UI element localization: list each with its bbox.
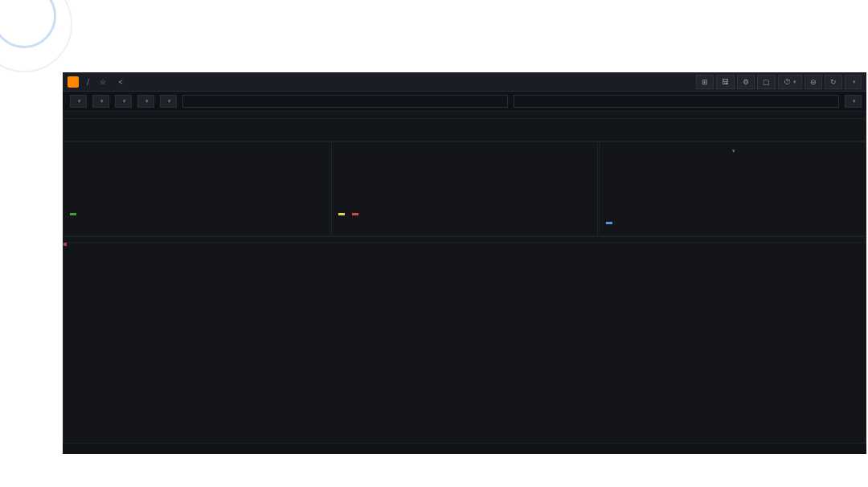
grafana-dashboard: / ☆ < ⊞ 🖫 ⚙ ▢ ⏱ ▾ ⊖ ↻ ▾ ▾ ▾ ▾ ▾ ▾ ▾ bbox=[63, 72, 866, 454]
error-chart bbox=[335, 147, 595, 213]
latency-histogram-panel[interactable]: ▾ bbox=[599, 141, 866, 236]
filter-protocol[interactable]: ▾ bbox=[160, 95, 177, 108]
tv-mode-button[interactable]: ▢ bbox=[757, 75, 776, 89]
summary-chart bbox=[67, 147, 326, 213]
filter-request-type-input[interactable] bbox=[182, 95, 508, 108]
settings-button[interactable]: ⚙ bbox=[737, 75, 755, 89]
breadcrumb[interactable]: / bbox=[84, 77, 92, 87]
filter-cluster[interactable]: ▾ bbox=[70, 95, 87, 108]
filterbar: ▾ ▾ ▾ ▾ ▾ ▾ bbox=[63, 92, 866, 111]
share-icon[interactable]: < bbox=[113, 75, 128, 89]
zoom-out-button[interactable]: ⊖ bbox=[805, 75, 822, 89]
latency-chart bbox=[603, 156, 862, 222]
request-log-panel bbox=[63, 236, 866, 444]
help-doc-panel bbox=[63, 111, 866, 141]
filter-status[interactable]: ▾ bbox=[845, 95, 862, 108]
summary-count-panel[interactable] bbox=[63, 141, 330, 236]
topbar: / ☆ < ⊞ 🖫 ⚙ ▢ ⏱ ▾ ⊖ ↻ ▾ bbox=[63, 72, 866, 92]
error-count-panel[interactable] bbox=[331, 141, 599, 236]
grafana-logo-icon[interactable] bbox=[68, 76, 79, 88]
star-icon[interactable]: ☆ bbox=[96, 75, 110, 89]
filter-workload[interactable]: ▾ bbox=[115, 95, 132, 108]
save-button[interactable]: 🖫 bbox=[716, 75, 735, 89]
highlight-box bbox=[63, 243, 67, 246]
refresh-dropdown[interactable]: ▾ bbox=[845, 75, 862, 89]
filter-request-resource-input[interactable] bbox=[514, 95, 839, 108]
filter-vm[interactable]: ▾ bbox=[137, 95, 154, 108]
help-doc-title bbox=[63, 112, 866, 119]
refresh-button[interactable]: ↻ bbox=[825, 75, 842, 89]
add-panel-button[interactable]: ⊞ bbox=[696, 75, 714, 89]
filter-namespace[interactable]: ▾ bbox=[92, 95, 109, 108]
time-picker[interactable]: ⏱ ▾ bbox=[778, 75, 802, 89]
